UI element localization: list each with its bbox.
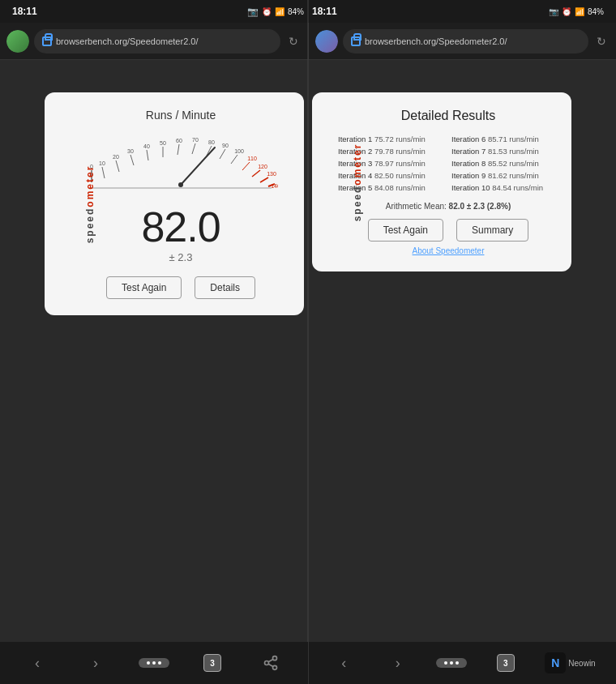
svg-line-18	[220, 149, 225, 159]
svg-text:80: 80	[208, 139, 215, 145]
vert-label-right: speedometer	[319, 92, 397, 271]
url-text-left: browserbench.org/Speedometer2.0/	[56, 36, 199, 46]
neowin-text: Neowin	[568, 659, 595, 668]
svg-text:120: 120	[258, 164, 267, 169]
iter-value-10: 84.54 runs/min	[492, 183, 543, 192]
svg-line-24	[252, 170, 260, 177]
iter-row-9: Iteration 9 81.62 runs/min	[451, 171, 558, 180]
svg-text:90: 90	[222, 143, 229, 148]
menu-dots-right	[436, 658, 467, 668]
iter-label-8: Iteration 8	[451, 159, 486, 168]
svg-line-8	[147, 150, 148, 160]
avatar-circle-right	[315, 30, 338, 53]
summary-btn[interactable]: Summary	[456, 219, 528, 242]
back-btn-right[interactable]: ‹	[329, 648, 358, 678]
svg-text:130: 130	[267, 171, 276, 177]
alarm-icon: ⏰	[262, 7, 272, 16]
iter-row-6: Iteration 6 85.71 runs/min	[451, 135, 558, 143]
iter-label-10: Iteration 10	[451, 183, 490, 192]
arithmetic-mean-value: 82.0 ± 2.3 (2.8%)	[449, 202, 511, 211]
avatar-circle-left	[6, 30, 29, 53]
iter-row-7: Iteration 7 81.53 runs/min	[451, 147, 558, 156]
avatar-left	[6, 30, 29, 53]
dot1	[147, 661, 150, 665]
url-text-right: browserbench.org/Speedometer2.0/	[365, 36, 507, 46]
bottom-nav: ‹ › 3 ‹ ›	[0, 642, 616, 684]
svg-line-20	[231, 155, 237, 164]
forward-icon-right: ›	[396, 655, 400, 672]
svg-line-14	[192, 143, 195, 154]
share-btn-left[interactable]	[256, 648, 285, 678]
tab-count-display-right: 3	[497, 654, 515, 672]
status-icons-right: 📷 ⏰ 📶 84%	[549, 7, 604, 16]
nav-half-left: ‹ › 3	[0, 642, 308, 684]
back-btn-left[interactable]: ‹	[23, 648, 52, 678]
svg-line-22	[242, 162, 250, 170]
svg-text:110: 110	[247, 156, 257, 161]
neowin-logo: N	[545, 652, 566, 673]
svg-line-26	[260, 177, 268, 182]
dot2	[152, 661, 156, 665]
iter-value-8: 85.52 runs/min	[488, 159, 539, 168]
back-icon-right: ‹	[341, 655, 346, 672]
forward-btn-right[interactable]: ›	[383, 648, 413, 678]
svg-text:50: 50	[160, 140, 166, 146]
iter-row-8: Iteration 8 85.52 runs/min	[451, 159, 558, 168]
menu-btn-right[interactable]	[437, 648, 466, 678]
wifi-icon: 📶	[275, 7, 284, 16]
details-btn[interactable]: Details	[195, 276, 255, 299]
ometer-part-right: ometer	[352, 143, 363, 185]
forward-btn-left[interactable]: ›	[81, 648, 110, 678]
battery-right: 84%	[588, 7, 604, 16]
svg-point-35	[273, 665, 277, 669]
status-bar-right: 18:11 📷 ⏰ 📶 84%	[308, 6, 608, 17]
rdot2	[450, 661, 453, 665]
svg-point-33	[273, 656, 277, 660]
rdot1	[444, 661, 447, 665]
rdot3	[456, 661, 459, 665]
browser-half-left: browserbench.org/Speedometer2.0/ ↻	[0, 23, 308, 59]
svg-line-12	[178, 144, 179, 155]
status-bar-left: 18:11 📷 ⏰ 📶 84%	[8, 6, 308, 17]
menu-dots-left	[139, 658, 169, 668]
url-bar-left[interactable]: browserbench.org/Speedometer2.0/	[34, 29, 280, 53]
time-left: 18:11	[12, 6, 37, 17]
url-bar-right[interactable]: browserbench.org/Speedometer2.0/	[343, 29, 588, 53]
svg-point-31	[178, 182, 183, 187]
avatar-right	[315, 30, 338, 53]
speedometer-card-left: speedometer Runs / Minute 0 10 20 30	[45, 92, 304, 315]
browser-half-right: browserbench.org/Speedometer2.0/ ↻	[308, 23, 616, 59]
tab-count-btn-left[interactable]: 3	[198, 648, 227, 678]
vert-label-left: speedometer	[51, 92, 130, 315]
forward-icon-left: ›	[93, 655, 98, 672]
iter-value-7: 81.53 runs/min	[488, 147, 539, 156]
refresh-btn-left[interactable]: ↻	[285, 33, 302, 49]
iter-value-6: 85.71 runs/min	[488, 135, 539, 143]
neowin-n: N	[551, 656, 559, 669]
wifi-icon-right: 📶	[575, 7, 584, 16]
iter-label-9: Iteration 9	[451, 171, 486, 180]
alarm-icon-right: ⏰	[562, 7, 571, 16]
svg-text:70: 70	[192, 137, 199, 143]
tab-count-display-left: 3	[203, 654, 221, 672]
svg-line-30	[181, 147, 215, 185]
menu-btn-left[interactable]	[139, 648, 169, 678]
ometer-part-left: ometer	[84, 165, 96, 207]
iter-label-6: Iteration 6	[451, 135, 486, 143]
iter-value-9: 81.62 runs/min	[488, 171, 539, 180]
status-icons-left: 📷 ⏰ 📶 84%	[247, 6, 304, 17]
tab-count-btn-right[interactable]: 3	[491, 648, 520, 678]
vert-label-text-right: speedometer	[352, 143, 363, 221]
iter-col-right: Iteration 6 85.71 runs/min Iteration 7 8…	[451, 135, 558, 195]
svg-text:60: 60	[176, 138, 182, 143]
nav-half-right: ‹ › 3 N Neowin	[308, 642, 616, 684]
camera-icon: 📷	[247, 6, 259, 17]
refresh-btn-right[interactable]: ↻	[593, 33, 610, 49]
time-right: 18:11	[312, 6, 337, 17]
vert-label-text-left: speedometer	[84, 165, 96, 243]
iter-label-7: Iteration 7	[451, 147, 486, 156]
speed-part-left: speed	[84, 207, 96, 243]
back-icon-left: ‹	[35, 655, 40, 672]
svg-text:100: 100	[234, 148, 244, 154]
svg-text:40: 40	[143, 143, 150, 149]
